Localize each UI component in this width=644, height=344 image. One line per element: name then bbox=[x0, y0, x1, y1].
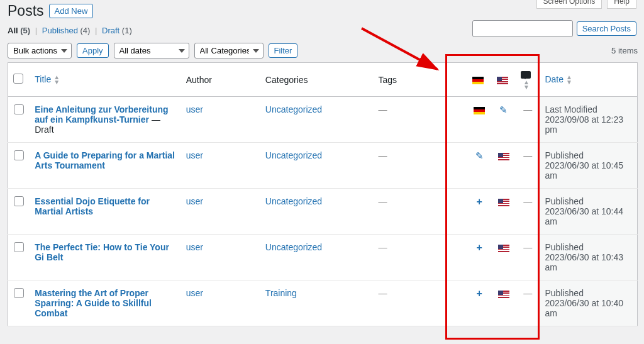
category-link[interactable]: Training bbox=[265, 288, 297, 298]
post-title-link[interactable]: Eine Anleitung zur Vorbereitung auf ein … bbox=[35, 104, 168, 125]
row-checkbox[interactable] bbox=[14, 288, 24, 298]
comments-value: — bbox=[523, 104, 532, 114]
flag-us-icon bbox=[498, 153, 509, 160]
screen-options-button[interactable]: Screen Options bbox=[536, 0, 602, 9]
category-filter-select[interactable]: All Categories bbox=[194, 43, 264, 58]
bulk-actions-select[interactable]: Bulk actions bbox=[8, 43, 72, 58]
pencil-icon[interactable]: ✎ bbox=[499, 104, 508, 115]
tags-value: — bbox=[378, 288, 387, 298]
select-all-checkbox[interactable] bbox=[13, 74, 23, 84]
flag-de-icon bbox=[472, 77, 484, 84]
plus-icon[interactable]: + bbox=[477, 196, 482, 207]
apply-button[interactable]: Apply bbox=[77, 43, 109, 58]
tags-value: — bbox=[378, 150, 387, 160]
post-title-link[interactable]: Mastering the Art of Proper Sparring: A … bbox=[35, 288, 152, 318]
post-title-link[interactable]: Essential Dojo Etiquette for Martial Art… bbox=[35, 196, 150, 216]
items-count: 5 items bbox=[611, 46, 638, 55]
search-input[interactable] bbox=[472, 20, 573, 37]
date-filter-select[interactable]: All dates bbox=[114, 43, 189, 58]
category-link[interactable]: Uncategorized bbox=[265, 104, 322, 114]
flag-us-icon bbox=[497, 77, 508, 84]
tags-value: — bbox=[378, 104, 387, 114]
comments-value: — bbox=[523, 242, 532, 252]
col-author[interactable]: Author bbox=[181, 63, 260, 97]
col-comments[interactable]: ▲▼ bbox=[516, 63, 540, 97]
col-tags: Tags bbox=[373, 63, 467, 97]
tags-value: — bbox=[378, 242, 387, 252]
col-title[interactable]: Title▲▼ bbox=[30, 63, 180, 97]
date-cell: Last Modified2023/09/08 at 12:23 pm bbox=[540, 97, 637, 143]
plus-icon[interactable]: + bbox=[477, 288, 482, 299]
table-row: Eine Anleitung zur Vorbereitung auf ein … bbox=[8, 97, 638, 143]
filter-published[interactable]: Published (4) bbox=[42, 26, 91, 35]
flag-de-icon bbox=[474, 107, 485, 114]
comments-value: — bbox=[523, 150, 532, 160]
tags-value: — bbox=[378, 196, 387, 206]
author-link[interactable]: user bbox=[186, 242, 203, 252]
table-row: A Guide to Preparing for a Martial Arts … bbox=[8, 143, 638, 189]
date-cell: Published2023/06/30 at 10:40 am bbox=[540, 280, 637, 326]
category-link[interactable]: Uncategorized bbox=[265, 242, 322, 252]
row-checkbox[interactable] bbox=[14, 150, 24, 160]
date-cell: Published2023/06/30 at 10:44 am bbox=[540, 189, 637, 235]
table-row: Essential Dojo Etiquette for Martial Art… bbox=[8, 189, 638, 235]
flag-us-icon bbox=[498, 199, 509, 206]
flag-us-icon bbox=[498, 245, 509, 252]
date-cell: Published2023/06/30 at 10:45 am bbox=[540, 143, 637, 189]
filter-draft[interactable]: Draft (1) bbox=[102, 26, 132, 35]
col-lang-de[interactable] bbox=[467, 63, 491, 97]
plus-icon[interactable]: + bbox=[477, 242, 482, 253]
author-link[interactable]: user bbox=[186, 288, 203, 298]
category-link[interactable]: Uncategorized bbox=[265, 150, 322, 160]
author-link[interactable]: user bbox=[186, 104, 203, 114]
category-link[interactable]: Uncategorized bbox=[265, 196, 322, 206]
add-new-button[interactable]: Add New bbox=[49, 4, 94, 18]
col-lang-us[interactable] bbox=[492, 63, 516, 97]
flag-us-icon bbox=[498, 291, 509, 298]
row-checkbox[interactable] bbox=[14, 196, 24, 206]
comments-value: — bbox=[523, 196, 532, 206]
row-checkbox[interactable] bbox=[14, 242, 24, 252]
page-title: Posts bbox=[8, 3, 44, 19]
table-row: Mastering the Art of Proper Sparring: A … bbox=[8, 280, 638, 326]
search-posts-button[interactable]: Search Posts bbox=[577, 21, 636, 36]
post-title-link[interactable]: A Guide to Preparing for a Martial Arts … bbox=[35, 150, 175, 170]
post-title-link[interactable]: The Perfect Tie: How to Tie Your Gi Belt bbox=[35, 242, 169, 262]
comment-icon bbox=[521, 71, 531, 79]
col-date[interactable]: Date▲▼ bbox=[540, 63, 637, 97]
help-button[interactable]: Help bbox=[607, 0, 636, 9]
author-link[interactable]: user bbox=[186, 150, 203, 160]
posts-table: Title▲▼ Author Categories Tags ▲▼ Date▲▼… bbox=[8, 62, 638, 326]
pencil-icon[interactable]: ✎ bbox=[475, 150, 484, 161]
filter-all[interactable]: All (5) bbox=[8, 26, 30, 35]
date-cell: Published2023/06/30 at 10:43 am bbox=[540, 235, 637, 280]
author-link[interactable]: user bbox=[186, 196, 203, 206]
row-checkbox[interactable] bbox=[14, 104, 24, 114]
filter-button[interactable]: Filter bbox=[269, 43, 298, 58]
table-row: The Perfect Tie: How to Tie Your Gi Belt… bbox=[8, 235, 638, 280]
col-categories: Categories bbox=[260, 63, 374, 97]
comments-value: — bbox=[523, 288, 532, 298]
